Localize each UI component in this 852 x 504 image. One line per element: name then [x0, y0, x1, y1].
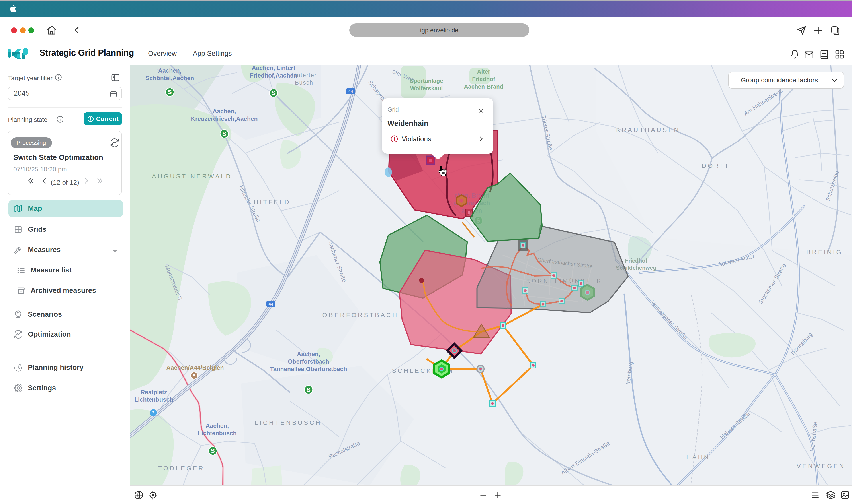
svg-text:BREINIG: BREINIG	[806, 249, 843, 255]
svg-text:Friedhof: Friedhof	[472, 76, 495, 83]
svg-text:Sportanlage: Sportanlage	[410, 77, 443, 84]
svg-text:Lichtenbusch: Lichtenbusch	[198, 430, 237, 437]
svg-text:Kreuzerdriesch,Aachen: Kreuzerdriesch,Aachen	[191, 115, 258, 122]
svg-text:Aachen,: Aachen,	[158, 67, 181, 74]
svg-text:Busch: Busch	[295, 79, 313, 86]
svg-text:Aachen,: Aachen,	[206, 422, 229, 429]
svg-text:VENWEGEN: VENWEGEN	[797, 463, 845, 469]
svg-text:Oberforstbach: Oberforstbach	[288, 358, 329, 365]
svg-text:Friedhof: Friedhof	[625, 257, 647, 264]
svg-text:Aachen,: Aachen,	[297, 351, 320, 357]
svg-text:Tannenallee,Oberforstbach: Tannenallee,Oberforstbach	[270, 366, 347, 373]
svg-text:OBERFORSTBACH: OBERFORSTBACH	[322, 311, 398, 319]
svg-text:Aachen, Lintert: Aachen, Lintert	[252, 65, 295, 71]
svg-text:Aachen-Brand: Aachen-Brand	[464, 83, 503, 90]
svg-text:Lichtenbusch: Lichtenbusch	[134, 396, 173, 403]
svg-text:Rastplatz: Rastplatz	[140, 389, 167, 396]
svg-text:AUGUSTINERWALD: AUGUSTINERWALD	[152, 173, 232, 180]
svg-text:KRAUTHAUSEN: KRAUTHAUSEN	[616, 126, 680, 133]
svg-text:TODLEGER: TODLEGER	[158, 465, 205, 472]
svg-text:DORFF: DORFF	[702, 162, 731, 169]
svg-text:Friedhof,Aachen: Friedhof,Aachen	[250, 72, 297, 79]
svg-text:Schöntal,Aachen: Schöntal,Aachen	[145, 75, 194, 82]
svg-text:HITFELD: HITFELD	[254, 199, 291, 205]
svg-text:Aachen,: Aachen,	[212, 108, 236, 115]
svg-text:Wolferskaul: Wolferskaul	[410, 85, 443, 92]
svg-text:HAHN: HAHN	[686, 454, 710, 461]
svg-text:LICHTENBUSCH: LICHTENBUSCH	[255, 419, 321, 426]
svg-text:Aachen/A44/Belgien: Aachen/A44/Belgien	[166, 364, 224, 371]
svg-text:Alter: Alter	[477, 68, 490, 75]
